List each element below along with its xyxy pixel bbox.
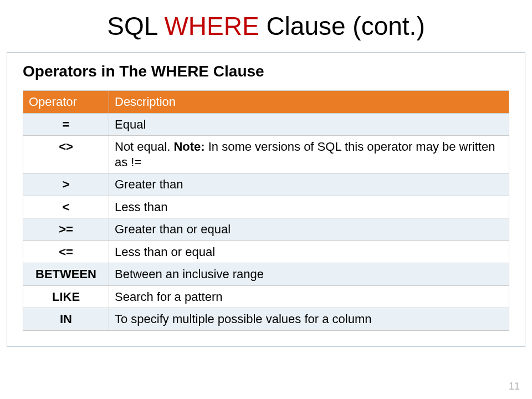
description-cell: Search for a pattern [109,285,509,308]
description-cell: Equal [109,113,509,136]
table-row: <> Not equal. Note: In some versions of … [23,136,509,173]
description-cell: Less than or equal [109,241,509,263]
operator-cell: BETWEEN [23,263,109,286]
operator-cell: >= [23,218,109,241]
title-highlight: WHERE [164,12,259,40]
operator-cell: < [23,196,109,218]
table-row: >= Greater than or equal [23,218,509,241]
description-cell: Not equal. Note: In some versions of SQL… [109,136,509,173]
table-header-row: Operator Description [23,91,509,114]
table-row: <= Less than or equal [23,241,509,263]
operators-table: Operator Description = Equal <> Not equa… [23,90,509,331]
table-row: IN To specify multiple possible values f… [23,308,509,331]
operator-cell: IN [23,308,109,331]
table-row: < Less than [23,196,509,218]
description-cell: Greater than or equal [109,218,509,241]
table-row: = Equal [23,113,509,136]
table-row: > Greater than [23,173,509,196]
note-label: Note: [173,140,204,154]
content-box: Operators in The WHERE Clause Operator D… [7,52,525,347]
operator-cell: <= [23,241,109,263]
description-cell: Less than [109,196,509,218]
description-cell: Between an inclusive range [109,263,509,286]
slide: SQL WHERE Clause (cont.) Operators in Th… [0,0,532,399]
slide-title: SQL WHERE Clause (cont.) [0,11,532,41]
subheading: Operators in The WHERE Clause [23,63,509,80]
operator-cell: > [23,173,109,196]
page-number: 11 [509,381,520,392]
title-part2: Clause (cont.) [259,12,425,40]
table-row: LIKE Search for a pattern [23,285,509,308]
header-operator: Operator [23,91,109,114]
table-row: BETWEEN Between an inclusive range [23,263,509,286]
description-cell: To specify multiple possible values for … [109,308,509,331]
header-description: Description [109,91,509,114]
desc-pre: Not equal. [115,140,173,154]
description-cell: Greater than [109,173,509,196]
operator-cell: <> [23,136,109,173]
operator-cell: LIKE [23,285,109,308]
operator-cell: = [23,113,109,136]
title-part1: SQL [107,12,164,40]
